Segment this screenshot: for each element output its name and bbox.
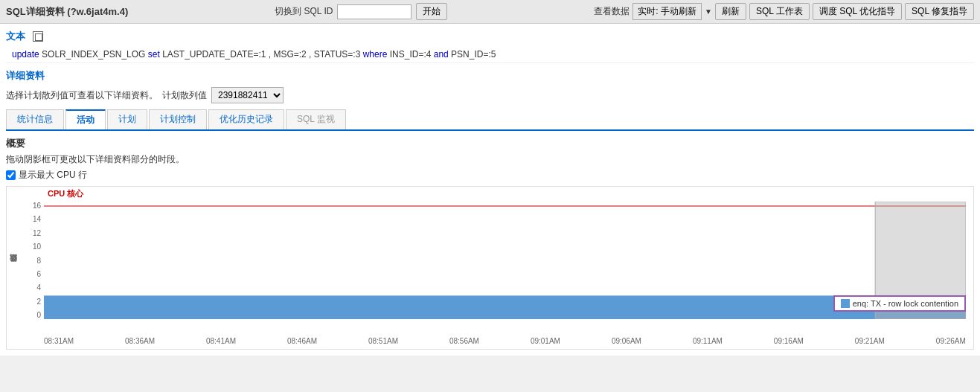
x-label-0926: 09:26AM [936,337,966,345]
chart-container[interactable]: CPU 核心 最活跃会话数 16 14 12 10 8 6 4 2 0 [6,186,974,350]
tab-activity[interactable]: 活动 [65,109,106,129]
switch-label: 切换到 SQL ID [275,5,333,18]
plan-hash-select[interactable]: 2391882411 [211,87,284,103]
detail-title: 详细资料 [6,69,974,83]
sql-table: SOLR_INDEX_PSN_LOG [42,49,148,60]
refresh-button[interactable]: 刷新 [715,3,746,20]
sql-workbench-button[interactable]: SQL 工作表 [749,3,810,20]
x-label-0851: 08:51AM [368,337,398,345]
tab-bar: 统计信息 活动 计划 计划控制 优化历史记录 SQL 监视 [6,109,974,131]
tab-plan[interactable]: 计划 [107,109,147,129]
realtime-dropdown[interactable]: 实时: 手动刷新 [632,3,702,20]
sql-id-section: 切换到 SQL ID 开始 [275,3,447,20]
sql-where-clause2: PSN_ID=:5 [451,49,496,60]
chart-svg [44,202,966,319]
sql-where-clause1: INS_ID=:4 [390,49,434,60]
x-label-0856: 08:56AM [449,337,479,345]
overview-title: 概要 [6,137,974,150]
sql-repair-button[interactable]: SQL 修复指导 [905,3,974,20]
activity-content: 概要 拖动阴影框可更改以下详细资料部分的时段。 显示最大 CPU 行 CPU 核… [6,137,974,350]
x-axis: 08:31AM 08:36AM 08:41AM 08:46AM 08:51AM … [44,337,966,345]
checkbox-label: 显示最大 CPU 行 [19,169,87,181]
text-section-title: 文本 [6,30,974,43]
plan-row: 选择计划散列值可查看以下详细资料。 计划散列值 2391882411 [6,87,974,103]
tab-sql-monitor: SQL 监视 [286,109,346,129]
top-bar: SQL详细资料 (?w.6jat4m.4) 切换到 SQL ID 开始 查看数据… [0,0,980,24]
x-label-0836: 08:36AM [125,337,155,345]
legend-text: enq: TX - row lock contention [853,299,958,308]
sql-id-input[interactable] [337,4,411,19]
sql-text-block: update SOLR_INDEX_PSN_LOG set LAST_UPDAT… [6,46,974,63]
x-label-0916: 09:16AM [774,337,804,345]
x-label-0921: 09:21AM [855,337,885,345]
dropdown-arrow-icon: ▼ [705,7,712,16]
x-label-0911: 09:11AM [693,337,723,345]
y-label-4: 4 [36,283,41,292]
tab-optimize-history[interactable]: 优化历史记录 [208,109,284,129]
y-label-2: 2 [36,298,41,306]
tab-stats[interactable]: 统计信息 [6,109,64,129]
y-axis: 16 14 12 10 8 6 4 2 0 [7,202,44,319]
overview-desc: 拖动阴影框可更改以下详细资料部分的时段。 [6,153,974,166]
checkbox-row: 显示最大 CPU 行 [6,169,974,181]
top-bar-left: SQL详细资料 (?w.6jat4m.4) [6,5,128,19]
view-data-label: 查看数据 [594,5,630,18]
y-label-10: 10 [33,242,41,251]
copy-icon[interactable] [33,31,43,42]
sql-keyword-and: and [434,49,449,60]
tab-plan-control[interactable]: 计划控制 [149,109,207,129]
sql-keyword-where: where [363,49,388,60]
y-label-12: 12 [33,229,41,237]
sql-keyword-update: update [12,49,39,60]
y-label-0: 0 [36,311,41,319]
chart-area [44,202,966,319]
legend-box: enq: TX - row lock contention [833,295,966,312]
x-label-0846: 08:46AM [287,337,317,345]
y-label-14: 14 [33,215,41,223]
y-label-8: 8 [36,257,41,265]
show-max-cpu-checkbox[interactable] [6,170,16,180]
plan-label: 计划散列值 [162,89,207,102]
text-title: 文本 [6,30,25,43]
detail-section: 详细资料 选择计划散列值可查看以下详细资料。 计划散列值 2391882411 … [6,69,974,350]
blue-bar-main [44,295,875,319]
schedule-optimize-button[interactable]: 调度 SQL 优化指导 [813,3,902,20]
x-label-0831: 08:31AM [44,337,74,345]
x-label-0901: 09:01AM [531,337,560,345]
legend-color-swatch [841,299,850,308]
sql-keyword-set: set [148,49,160,60]
x-label-0841: 08:41AM [206,337,236,345]
sql-set-clause: LAST_UPDATE_DATE=:1 , MSG=:2 , STATUS=:3 [162,49,363,60]
x-label-0906: 09:06AM [612,337,641,345]
cpu-label: CPU 核心 [48,188,83,199]
plan-desc: 选择计划散列值可查看以下详细资料。 [6,89,158,102]
top-bar-right: 查看数据 实时: 手动刷新 ▼ 刷新 SQL 工作表 调度 SQL 优化指导 S… [594,3,974,20]
page-title: SQL详细资料 (?w.6jat4m.4) [6,5,128,19]
start-button[interactable]: 开始 [416,3,447,20]
y-label-16: 16 [33,202,41,210]
y-label-6: 6 [36,270,41,278]
content-area: 文本 update SOLR_INDEX_PSN_LOG set LAST_UP… [0,24,980,356]
